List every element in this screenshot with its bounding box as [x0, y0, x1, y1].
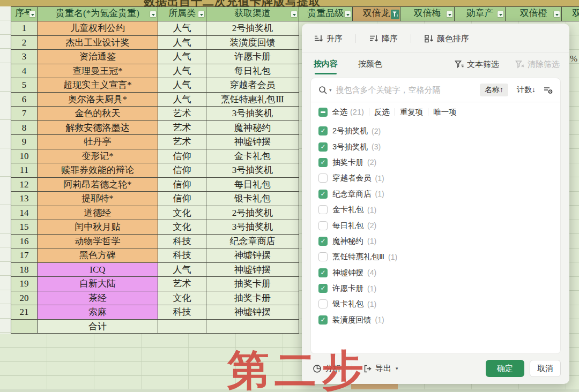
filter-item[interactable]: 3号抽奖机(3)	[311, 139, 560, 154]
item-name-cell[interactable]: 牡丹亭	[38, 135, 158, 149]
category-cell[interactable]: 艺术	[158, 121, 206, 135]
item-name-cell[interactable]: 解救安德洛墨达	[38, 121, 158, 135]
channel-cell[interactable]: 3号抽奖机	[206, 220, 299, 235]
sort-ascending-button[interactable]: 升序	[314, 34, 343, 44]
checkbox-unchecked[interactable]	[318, 299, 328, 308]
header-filter-dropdown-button[interactable]	[29, 11, 36, 18]
search-icon[interactable]	[318, 86, 328, 95]
clear-filter-button[interactable]: 清除筛选	[515, 59, 560, 70]
channel-cell[interactable]: 金卡礼包	[206, 149, 299, 164]
checkbox-unchecked[interactable]	[318, 174, 328, 183]
sort-by-count-toggle[interactable]: 计数↓	[517, 85, 536, 95]
filter-item[interactable]: 装潢度回馈(1)	[311, 312, 560, 328]
row-number-cell[interactable]: 9	[11, 135, 38, 149]
category-cell[interactable]: 艺术	[158, 277, 206, 291]
unique-link[interactable]: 唯一项	[433, 107, 457, 117]
item-name-cell[interactable]: 赎罪券效能的辩论	[38, 163, 158, 178]
checkbox-checked[interactable]	[318, 190, 328, 199]
checkbox-checked[interactable]	[318, 158, 328, 167]
item-name-cell[interactable]: 奥尔洛夫厨具*	[38, 93, 158, 107]
item-name-cell[interactable]: 动物学哲学	[38, 235, 158, 249]
row-number-cell[interactable]: 20	[11, 291, 38, 306]
category-cell[interactable]: 科技	[158, 248, 206, 263]
channel-cell[interactable]: 魔神秘约	[206, 121, 299, 135]
row-number-cell[interactable]: 17	[11, 248, 38, 263]
category-cell[interactable]: 文化	[158, 220, 206, 235]
row-number-cell[interactable]: 1	[11, 21, 38, 36]
select-all-checkbox-indeterminate[interactable]	[318, 108, 328, 117]
item-name-cell[interactable]: 查理曼王冠*	[38, 64, 158, 79]
search-mode-chevron-icon[interactable]: ▾	[329, 87, 332, 93]
duplicates-link[interactable]: 重复项	[400, 107, 424, 117]
item-name-cell[interactable]: ICQ	[38, 263, 158, 277]
row-number-cell[interactable]: 16	[11, 235, 38, 249]
row-number-cell[interactable]: 18	[11, 263, 38, 277]
header-filter-dropdown-button[interactable]	[497, 11, 504, 18]
header-filter-dropdown-button[interactable]	[553, 11, 560, 18]
total-row-number-cell[interactable]	[11, 320, 38, 334]
item-name-cell[interactable]: 索麻	[38, 305, 158, 320]
filter-item[interactable]: 纪念章商店(1)	[311, 186, 560, 202]
category-cell[interactable]: 文化	[158, 291, 206, 306]
text-filter-button[interactable]: 文本筛选	[455, 59, 499, 70]
category-cell[interactable]: 信仰	[158, 163, 206, 178]
category-cell[interactable]: 人气	[158, 50, 206, 64]
item-name-cell[interactable]: 道德经	[38, 206, 158, 221]
filter-item[interactable]: 许愿卡册(1)	[311, 281, 560, 296]
category-cell[interactable]: 科技	[158, 305, 206, 320]
channel-cell[interactable]: 神墟钟摆	[206, 305, 299, 320]
item-name-cell[interactable]: 儿童权利公约	[38, 21, 158, 36]
item-name-cell[interactable]: 资治通鉴	[38, 50, 158, 64]
filter-item[interactable]: 每日礼包(2)	[311, 217, 560, 233]
row-number-cell[interactable]: 2	[11, 36, 38, 50]
row-number-cell[interactable]: 14	[11, 206, 38, 221]
channel-cell[interactable]: 抽奖卡册	[206, 277, 299, 291]
sort-by-color-button[interactable]: 颜色排序	[424, 34, 469, 44]
filter-item[interactable]: 烹饪特惠礼包Ⅲ(1)	[311, 249, 560, 265]
item-name-cell[interactable]: 变形记*	[38, 149, 158, 164]
channel-cell[interactable]: 烹饪特惠礼包Ⅲ	[206, 93, 299, 107]
channel-cell[interactable]: 纪念章商店	[206, 235, 299, 249]
item-name-cell[interactable]: 茶经	[38, 291, 158, 306]
row-number-cell[interactable]: 10	[11, 149, 38, 164]
row-number-cell[interactable]: 7	[11, 107, 38, 121]
item-name-cell[interactable]: 提耶特*	[38, 192, 158, 206]
category-cell[interactable]: 人气	[158, 21, 206, 36]
item-name-cell[interactable]: 自新大陆	[38, 277, 158, 291]
category-cell[interactable]: 文化	[158, 206, 206, 221]
category-cell[interactable]: 人气	[158, 263, 206, 277]
total-category-cell[interactable]	[158, 320, 206, 334]
channel-cell[interactable]: 每日礼包	[206, 64, 299, 79]
filter-item[interactable]: 魔神秘约(1)	[311, 233, 560, 249]
channel-cell[interactable]: 3号抽奖机	[206, 107, 299, 121]
row-number-cell[interactable]: 5	[11, 78, 38, 93]
checkbox-unchecked[interactable]	[318, 252, 328, 261]
category-cell[interactable]: 科技	[158, 235, 206, 249]
filter-item[interactable]: 神墟钟摆(4)	[311, 265, 560, 281]
item-name-cell[interactable]: 超现实主义宣言*	[38, 78, 158, 93]
row-number-cell[interactable]: 6	[11, 93, 38, 107]
sort-by-name-toggle[interactable]: 名称↑	[480, 84, 508, 96]
total-channel-cell[interactable]	[206, 320, 299, 334]
checkbox-unchecked[interactable]	[318, 221, 328, 230]
item-name-cell[interactable]: 阿莉昂若德之轮*	[38, 178, 158, 192]
tab-by-content[interactable]: 按内容	[314, 52, 338, 76]
channel-cell[interactable]: 每日礼包	[206, 178, 299, 192]
header-filter-dropdown-button[interactable]	[291, 11, 298, 18]
channel-cell[interactable]: 3号抽奖机	[206, 163, 299, 178]
row-number-cell[interactable]: 12	[11, 178, 38, 192]
channel-cell[interactable]: 2号抽奖机	[206, 21, 299, 36]
tab-by-color[interactable]: 按颜色	[358, 52, 382, 76]
row-number-cell[interactable]: 21	[11, 305, 38, 320]
filter-item[interactable]: 穿越者会员(1)	[311, 170, 560, 186]
header-filter-dropdown-button[interactable]	[150, 11, 157, 18]
item-name-cell[interactable]: 黑色方碑	[38, 248, 158, 263]
header-filter-dropdown-button[interactable]	[344, 11, 351, 18]
category-cell[interactable]: 信仰	[158, 149, 206, 164]
row-number-cell[interactable]: 3	[11, 50, 38, 64]
category-cell[interactable]: 信仰	[158, 178, 206, 192]
row-number-cell[interactable]: 4	[11, 64, 38, 79]
checkbox-checked[interactable]	[318, 142, 328, 152]
channel-cell[interactable]: 装潢度回馈	[206, 36, 299, 50]
row-number-cell[interactable]: 19	[11, 277, 38, 291]
